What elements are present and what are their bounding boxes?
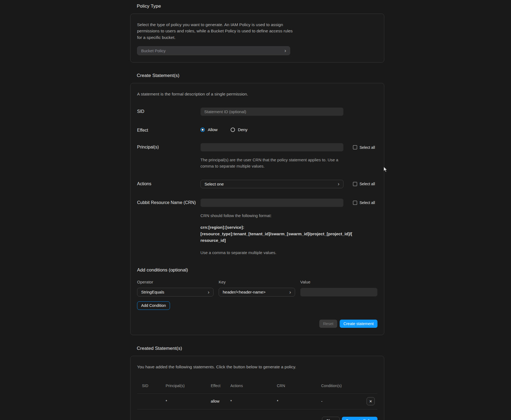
statement-actions-row: Reset Create statement bbox=[137, 320, 377, 328]
create-statement-button[interactable]: Create statement bbox=[340, 320, 377, 328]
create-statement-card: A statement is the formal description of… bbox=[130, 83, 384, 335]
cell-crn: * bbox=[277, 399, 321, 403]
remove-statement-button[interactable]: ✕ bbox=[367, 397, 375, 405]
table-header-row: SID Principal(s) Effect Actions CRN Cond… bbox=[137, 384, 377, 393]
col-header-crn: CRN bbox=[277, 384, 321, 388]
value-input[interactable] bbox=[300, 288, 377, 297]
col-header-actions: Actions bbox=[230, 384, 277, 388]
effect-row: Effect Allow Deny bbox=[137, 126, 377, 133]
checkbox-icon bbox=[353, 145, 357, 149]
clear-button[interactable]: Clear bbox=[322, 417, 340, 420]
radio-unselected-icon bbox=[231, 128, 235, 132]
operator-label: Operator bbox=[137, 280, 213, 284]
principals-select-all-label: Select all bbox=[360, 145, 375, 150]
principals-row: Principal(s) Select all bbox=[137, 143, 377, 152]
key-label: Key bbox=[219, 280, 295, 284]
operator-select[interactable]: StringEquals › bbox=[137, 288, 213, 297]
policy-type-select[interactable]: Bucket Policy › bbox=[137, 46, 290, 55]
close-icon: ✕ bbox=[369, 399, 372, 403]
reset-button[interactable]: Reset bbox=[319, 320, 337, 328]
crn-label: Cubbit Resource Name (CRN) bbox=[137, 199, 200, 205]
created-statements-title: Created Statement(s) bbox=[137, 346, 384, 351]
key-select[interactable]: header/<header-name> › bbox=[219, 288, 295, 297]
col-header-sid: SID bbox=[142, 384, 166, 388]
crn-format-text: crn:[region]:[service]:[resource_type]:t… bbox=[200, 224, 353, 244]
key-select-value: header/<header-name> bbox=[223, 290, 266, 294]
add-condition-button[interactable]: Add Condition bbox=[137, 301, 170, 310]
sid-input[interactable] bbox=[200, 107, 343, 116]
actions-row: Actions Select one › Select all bbox=[137, 180, 377, 188]
crn-help-block: CRN should follow the following format: … bbox=[200, 213, 377, 255]
generate-policy-button[interactable]: Generate Policy bbox=[342, 417, 377, 420]
chevron-right-icon: › bbox=[338, 181, 339, 186]
conditions-title: Add conditions (optional) bbox=[137, 267, 377, 273]
principals-input[interactable] bbox=[200, 143, 343, 152]
statements-table: SID Principal(s) Effect Actions CRN Cond… bbox=[137, 384, 377, 409]
created-statements-description: You have added the following statements.… bbox=[137, 364, 377, 370]
actions-select-all[interactable]: Select all bbox=[353, 182, 375, 186]
checkbox-icon bbox=[353, 182, 357, 186]
create-statement-description: A statement is the formal description of… bbox=[137, 91, 377, 97]
checkbox-icon bbox=[353, 201, 357, 205]
value-label: Value bbox=[300, 280, 377, 284]
effect-allow-radio[interactable]: Allow bbox=[200, 127, 218, 132]
radio-selected-icon bbox=[200, 128, 205, 132]
policy-actions-row: Clear Generate Policy bbox=[137, 417, 377, 420]
cell-actions: * bbox=[230, 399, 277, 403]
effect-label: Effect bbox=[137, 126, 200, 133]
crn-input[interactable] bbox=[200, 199, 343, 207]
content-column: Policy Type Select the type of policy yo… bbox=[130, 0, 384, 420]
effect-deny-radio[interactable]: Deny bbox=[231, 127, 247, 132]
principals-label: Principal(s) bbox=[137, 143, 200, 150]
actions-label: Actions bbox=[137, 180, 200, 186]
policy-type-description: Select the type of policy you want to ge… bbox=[137, 21, 293, 41]
crn-select-all[interactable]: Select all bbox=[353, 200, 375, 205]
policy-type-select-value: Bucket Policy bbox=[141, 48, 166, 53]
chevron-right-icon: › bbox=[208, 289, 209, 294]
cell-principals: * bbox=[166, 399, 211, 403]
actions-select-value: Select one bbox=[205, 182, 224, 186]
created-statements-card: You have added the following statements.… bbox=[130, 356, 384, 420]
sid-label: SID bbox=[137, 107, 200, 114]
policy-type-title: Policy Type bbox=[137, 0, 384, 9]
cell-effect: allow bbox=[211, 399, 230, 403]
effect-allow-label: Allow bbox=[208, 127, 218, 132]
policy-generator-page: Policy Type Select the type of policy yo… bbox=[0, 0, 511, 420]
sid-row: SID bbox=[137, 107, 377, 116]
crn-row: Cubbit Resource Name (CRN) Select all bbox=[137, 199, 377, 207]
col-header-principals: Principal(s) bbox=[166, 384, 211, 388]
policy-type-card: Select the type of policy you want to ge… bbox=[130, 14, 384, 63]
principals-help-text: The principal(s) are the user CRN that t… bbox=[200, 157, 346, 169]
crn-help-intro: CRN should follow the following format: bbox=[200, 213, 377, 218]
col-header-conditions: Condition(s) bbox=[321, 384, 367, 388]
chevron-right-icon: › bbox=[289, 289, 291, 294]
actions-select-all-label: Select all bbox=[360, 182, 375, 186]
crn-help-outro: Use a comma to separate multiple values. bbox=[200, 250, 377, 255]
create-statement-title: Create Statement(s) bbox=[137, 73, 384, 78]
col-header-effect: Effect bbox=[211, 384, 230, 388]
conditions-grid: Operator StringEquals › Key header/<head… bbox=[137, 280, 377, 297]
table-divider bbox=[137, 409, 377, 409]
effect-deny-label: Deny bbox=[238, 127, 247, 132]
table-row: * allow * * - ✕ bbox=[137, 394, 377, 409]
operator-select-value: StringEquals bbox=[141, 290, 164, 294]
cell-conditions: - bbox=[321, 399, 367, 403]
principals-select-all[interactable]: Select all bbox=[353, 145, 375, 150]
actions-select[interactable]: Select one › bbox=[200, 180, 343, 188]
crn-select-all-label: Select all bbox=[360, 200, 375, 205]
chevron-right-icon: › bbox=[284, 48, 286, 53]
